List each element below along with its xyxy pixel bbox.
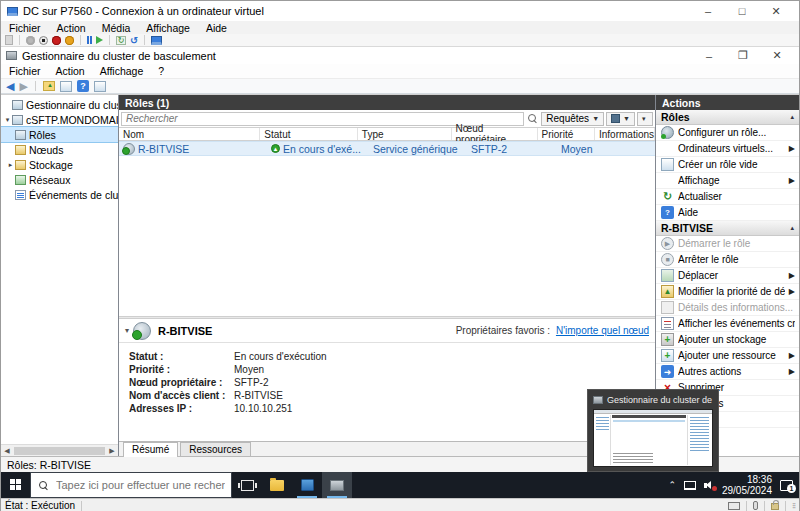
information-details-icon [661,301,674,314]
mmc-restore-button[interactable]: ❐ [726,47,760,65]
action-virtual-machines[interactable]: Ordinateurs virtuels... ▶ [656,141,799,157]
queries-button[interactable]: Requêtes ▼ [541,112,604,126]
tree-item-nodes[interactable]: Nœuds [1,142,118,157]
column-priorite[interactable]: Priorité [538,128,595,140]
add-resource-icon: + [661,349,674,362]
tree-cluster[interactable]: ▾ cSFTP.MONDOMAINE.LAN [1,112,118,127]
collapse-section-icon[interactable]: ▴ [790,113,794,121]
help-icon[interactable]: ? [77,80,89,92]
mmc-close-button[interactable]: ✕ [760,47,794,65]
start-button[interactable] [1,472,30,498]
tree-item-storage[interactable]: ▸ Stockage [1,157,118,172]
thumbnail-preview[interactable] [593,409,713,467]
back-icon[interactable]: ◀ [6,80,14,92]
collapse-section-icon[interactable]: ▴ [790,224,794,232]
clipboard-icon[interactable] [5,35,13,45]
tree-item-cluster-events[interactable]: Événements de cluster [1,187,118,202]
action-create-empty-role[interactable]: Créer un rôle vide [656,157,799,173]
tree-item-networks[interactable]: Réseaux [1,172,118,187]
column-type[interactable]: Type [358,128,452,140]
mmc-menu-fichier[interactable]: Fichier [9,65,41,77]
taskbar-search-input[interactable] [56,479,225,491]
expand-search-button[interactable]: ▾ [637,112,653,126]
tree-root[interactable]: Gestionnaire du cluster de basc [1,97,118,112]
action-add-resource[interactable]: + Ajouter une ressource ▶ [656,348,799,364]
actions-section-roles[interactable]: Rôles ▴ [656,110,799,125]
menu-aide[interactable]: Aide [206,22,227,34]
favorite-owners-link[interactable]: N'importe quel nœud [556,325,649,336]
save-icon [611,114,620,123]
ctrl-alt-del-icon[interactable] [26,36,35,45]
action-refresh[interactable]: ↻ Actualiser [656,189,799,205]
maximize-button[interactable]: □ [725,2,759,20]
vmconnect-window: DC sur P7560 - Connexion à un ordinateur… [0,0,800,511]
action-stop-role[interactable]: ■ Arrêter le rôle [656,252,799,268]
taskbar-thumbnail-popup[interactable]: Gestionnaire du cluster de basc... [587,389,719,472]
collapse-detail-icon[interactable]: ▾ [125,326,129,335]
menu-fichier[interactable]: Fichier [9,22,41,34]
action-configure-role[interactable]: Configurer un rôle... [656,125,799,141]
stop-vm-icon[interactable] [39,36,48,45]
action-other-actions[interactable]: ➜ Autres actions ▶ [656,364,799,380]
forward-icon[interactable]: ▶ [19,80,27,92]
role-name: R-BITVISE [138,143,189,155]
vm-display: Gestionnaire du cluster de basculement –… [1,47,799,498]
taskbar-search[interactable] [30,472,232,498]
scrollbar-thumb[interactable] [14,447,105,455]
tray-chevron-icon[interactable]: ⌃ [668,480,676,490]
mmc-minimize-button[interactable]: – [692,47,726,65]
tab-resume[interactable]: Résumé [123,442,178,457]
scroll-left-icon[interactable]: ◀ [1,447,13,455]
mmc-menu-action[interactable]: Action [56,65,85,77]
column-noeud-proprietaire[interactable]: Nœud propriétaire [452,128,538,140]
field-priorite: Priorité : Moyen [129,364,655,377]
scroll-right-icon[interactable]: ▶ [106,447,118,455]
menu-affichage[interactable]: Affichage [146,22,190,34]
save-vm-icon[interactable] [65,36,74,45]
collapse-chevron-icon[interactable]: ▾ [3,116,12,124]
tab-ressources[interactable]: Ressources [180,442,251,456]
action-move[interactable]: Déplacer ▶ [656,268,799,284]
resize-grip[interactable]: ⁝⁝ [792,501,795,510]
action-center-icon[interactable]: 1 [780,480,793,491]
shutdown-vm-icon[interactable] [52,36,61,45]
table-row[interactable]: R-BITVISE ▲ En cours d'exé... Service gé… [119,141,655,156]
taskbar-clock[interactable]: 18:36 29/05/2024 [722,474,772,496]
show-console-tree-icon[interactable] [60,81,72,92]
folder-icon [270,480,284,491]
revert-icon[interactable]: ↺ [130,36,138,45]
checkpoint-icon[interactable]: ↻ [116,36,126,45]
start-vm-icon[interactable] [96,36,103,44]
tree-item-roles[interactable]: Rôles [1,127,118,142]
mmc-menu-help[interactable]: ? [158,65,164,77]
show-action-pane-icon[interactable] [94,81,106,92]
action-add-storage[interactable]: + Ajouter un stockage [656,332,799,348]
menu-action[interactable]: Action [57,22,86,34]
pause-vm-icon[interactable] [87,36,92,44]
vm-state-text: État : Exécution [5,500,75,511]
menu-media[interactable]: Média [102,22,131,34]
tree-horizontal-scrollbar[interactable]: ◀ ▶ [1,444,118,456]
save-query-button[interactable]: ▼ [606,112,635,126]
server-manager-button[interactable] [292,472,322,498]
column-nom[interactable]: Nom [119,128,260,140]
expand-chevron-icon[interactable]: ▸ [6,161,15,169]
action-change-startup-priority[interactable]: ▲ Modifier la priorité de démarrage ▶ [656,284,799,300]
minimize-button[interactable]: – [691,2,725,20]
task-view-button[interactable] [232,472,262,498]
close-button[interactable]: ✕ [759,2,793,20]
column-informations[interactable]: Informations [595,128,655,140]
cluster-manager-taskbar-button[interactable]: Gestionnaire du cluster de basc... [322,472,352,498]
action-view[interactable]: Affichage ▶ [656,173,799,189]
file-explorer-button[interactable] [262,472,292,498]
up-one-level-icon[interactable] [43,81,55,91]
roles-pane: Rôles (1) Requêtes ▼ ▼ ▾ [119,95,656,456]
action-help[interactable]: ? Aide [656,205,799,221]
network-icon[interactable] [684,481,696,490]
actions-section-rbitvise[interactable]: R-BITVISE ▴ [656,221,799,236]
enhanced-session-icon[interactable] [151,36,162,45]
mmc-menu-affichage[interactable]: Affichage [100,65,144,77]
action-show-critical-events[interactable]: Afficher les événements critiques [656,316,799,332]
column-statut[interactable]: Statut [260,128,357,140]
volume-muted-icon[interactable] [704,481,714,490]
